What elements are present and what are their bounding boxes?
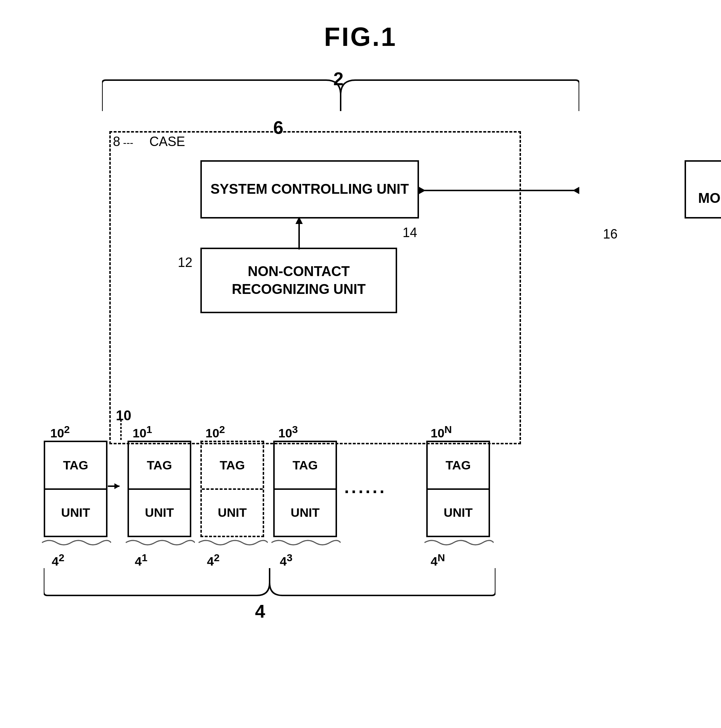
slot-101-wavy <box>126 538 195 548</box>
slot-43-label: 43 <box>280 552 292 569</box>
svg-marker-1 <box>419 187 426 194</box>
group4-brace <box>44 568 496 597</box>
slot-10n: TAG UNIT <box>426 440 490 537</box>
label-14: 14 <box>403 225 417 240</box>
slot-42-label: 42 <box>207 552 220 569</box>
ext-unit-box: TAG UNIT <box>44 440 107 537</box>
ext-wavy <box>42 538 111 548</box>
slot-102-label: 102 <box>205 424 225 440</box>
slot-41-label: 41 <box>135 552 147 569</box>
ext-bottom-label: 42 <box>52 552 64 569</box>
ncru-text: NON-CONTACT RECOGNIZING UNIT <box>232 263 366 299</box>
dots: ...... <box>344 477 387 497</box>
slot-102-tag: TAG <box>202 442 263 490</box>
slot-103: TAG UNIT <box>273 440 337 537</box>
slot-101-unit: UNIT <box>129 490 190 536</box>
label-16: 16 <box>603 226 617 242</box>
ncru-box: NON-CONTACT RECOGNIZING UNIT <box>201 248 397 313</box>
slot-103-tag: TAG <box>275 442 335 490</box>
slot-103-label: 103 <box>279 424 298 440</box>
slot-4n-label: 4N <box>431 552 445 569</box>
case-ref-label: 8 --- <box>113 134 133 149</box>
page-title: FIG.1 <box>0 0 721 52</box>
svg-marker-7 <box>115 483 119 489</box>
label-12: 12 <box>178 255 192 270</box>
ncru-scu-arrow <box>294 217 305 249</box>
slot-10n-label: 10N <box>431 424 452 440</box>
svg-marker-4 <box>295 217 303 224</box>
slot-102-wavy <box>199 538 268 548</box>
group10-line <box>120 419 122 440</box>
case-label: CASE <box>149 134 185 149</box>
slot-101-tag: TAG <box>129 442 190 490</box>
ext-unit-text: UNIT <box>45 490 106 536</box>
smu-text: SYSTEM MONITORING UNIT <box>686 171 721 208</box>
slot-103-wavy <box>271 538 341 548</box>
slot-101: TAG UNIT <box>127 440 191 537</box>
ext-tag: TAG <box>45 442 106 490</box>
scu-box: SYSTEM CONTROLLING UNIT <box>201 160 419 219</box>
scu-smu-arrow <box>419 185 579 196</box>
svg-marker-2 <box>573 187 579 194</box>
scu-text: SYSTEM CONTROLLING UNIT <box>211 180 409 198</box>
slot-10n-unit: UNIT <box>428 490 488 536</box>
slot-103-unit: UNIT <box>275 490 335 536</box>
slot-101-label: 101 <box>133 424 152 440</box>
ext-arrow <box>108 483 126 490</box>
slot-10n-wavy <box>424 538 494 548</box>
smu-box: SYSTEM MONITORING UNIT <box>684 160 721 219</box>
label-6: 6 <box>273 117 283 138</box>
label-2: 2 <box>333 69 344 90</box>
ext-slot-label: 102 <box>50 424 70 440</box>
slot-102: TAG UNIT <box>201 440 264 537</box>
slot-102-unit: UNIT <box>202 490 263 536</box>
slot-10n-tag: TAG <box>428 442 488 490</box>
label-4: 4 <box>255 601 265 622</box>
label-10: 10 <box>116 408 131 424</box>
